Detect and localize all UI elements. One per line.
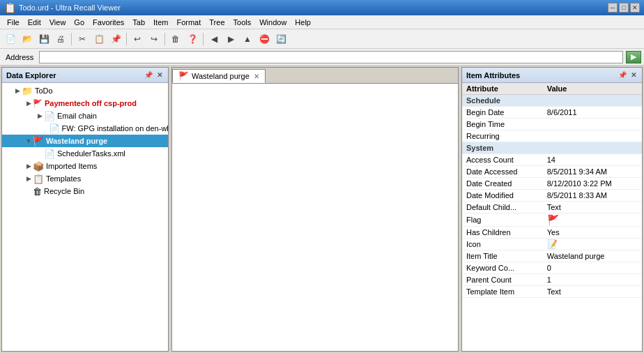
menubar: File Edit View Go Favorites Tab Item For… [0,15,644,29]
tree-node-importeditems[interactable]: ▶ 📦 Imported Items [2,160,168,172]
attr-panel-title: Item Attributes [466,71,520,80]
tab-label: Wasteland purge [192,72,250,80]
attr-pin-button[interactable]: 📌 [617,71,628,79]
icon-importeditems: 📦 [33,161,44,172]
col-attribute: Attribute [462,83,543,95]
attr-value: Text [543,286,642,298]
tab-bar: 🚩 Wasteland purge ✕ [172,68,458,84]
table-row: Date Created8/12/2010 3:22 PM [462,178,642,190]
menu-format[interactable]: Format [172,17,205,28]
tree-node-paymentech[interactable]: ▶ 🚩 Paymentech off csp-prod [2,97,168,110]
menu-tab[interactable]: Tab [128,17,149,28]
table-row: Flag🚩 [462,213,642,227]
panel-close-button[interactable]: ✕ [155,71,164,79]
address-input[interactable] [39,51,623,63]
address-label: Address [3,53,36,61]
label-recyclebin: Recycle Bin [44,187,84,195]
icon-schedulertasks: 📄 [44,149,55,159]
attr-value: 8/12/2010 3:22 PM [543,178,642,190]
new-button[interactable]: 📄 [3,31,18,47]
tree-node-fwgpg[interactable]: 📄 FW: GPG installation on den-wl-web1 [2,122,168,135]
attr-name: Default Child... [462,202,543,213]
icon-templates: 📋 [33,174,44,184]
copy-button[interactable]: 📋 [91,31,107,47]
go-button[interactable]: ▶ [626,51,641,63]
attr-panel-controls: 📌 ✕ [617,71,638,79]
attributes-table: Attribute Value ScheduleBegin Date8/6/20… [462,83,642,298]
attr-close-button[interactable]: ✕ [629,71,638,79]
tree-node-emailchain[interactable]: ▶ 📄 Email chain [2,110,168,122]
attr-name: Has Children [462,227,543,239]
menu-item[interactable]: Item [149,17,172,28]
main-area: Data Explorer 📌 ✕ ▶ 📁 ToDo ▶ 🚩 Paymentec… [0,66,644,353]
arrow-schedulertasks [36,150,44,157]
table-row: Access Count14 [462,154,642,166]
attr-table: Attribute Value ScheduleBegin Date8/6/20… [462,83,642,351]
undo-button[interactable]: ↩ [130,31,145,47]
up-button[interactable]: ▲ [240,31,255,47]
arrow-templates: ▶ [24,175,33,182]
stop-button[interactable]: ⛔ [256,31,272,47]
menu-tools[interactable]: Tools [229,17,256,28]
menu-window[interactable]: Window [255,17,291,28]
tree-node-schedulertasks[interactable]: 📄 SchedulerTasks.xml [2,147,168,160]
attr-name: Access Count [462,154,543,166]
attr-value [543,130,642,142]
section-label: Schedule [462,95,642,107]
minimize-button[interactable]: ─ [608,3,618,13]
close-button[interactable]: ✕ [630,3,640,13]
attr-value: 14 [543,154,642,166]
attr-name: Icon [462,239,543,250]
tree-node-recyclebin[interactable]: 🗑 Recycle Bin [2,185,168,197]
attr-value: 8/5/2011 8:33 AM [543,190,642,202]
table-row: Parent Count1 [462,274,642,286]
cut-button[interactable]: ✂ [75,31,90,47]
arrow-wasteland: ▼ [24,137,33,144]
refresh-button[interactable]: 🔄 [273,31,289,47]
help-button[interactable]: ❓ [185,31,200,47]
redo-button[interactable]: ↪ [146,31,162,47]
open-button[interactable]: 📂 [20,31,35,47]
tree-node-todo[interactable]: ▶ 📁 ToDo [2,84,168,97]
data-explorer-title: Data Explorer [6,71,56,80]
tab-wasteland[interactable]: 🚩 Wasteland purge ✕ [172,69,266,83]
tree-node-wasteland[interactable]: ▼ 🚩 Wasteland purge [2,135,168,147]
delete-button[interactable]: 🗑 [168,31,183,47]
attr-value: Yes [543,227,642,239]
flag-icon: 🚩 [547,214,559,225]
arrow-recyclebin [24,188,33,195]
toolbar-sep4 [203,33,204,45]
icon-paymentech: 🚩 [33,99,43,108]
paste-button[interactable]: 📌 [108,31,123,47]
menu-view[interactable]: View [45,17,70,28]
pin-button[interactable]: 📌 [143,71,154,79]
attr-name: Recurring [462,130,543,142]
menu-tree[interactable]: Tree [205,17,229,28]
content-panel: 🚩 Wasteland purge ✕ [171,67,459,352]
attr-value [543,119,642,130]
table-row: Default Child...Text [462,202,642,213]
menu-go[interactable]: Go [70,17,89,28]
tree-node-templates[interactable]: ▶ 📋 Templates [2,172,168,185]
attr-name: Item Title [462,250,543,262]
tree-area: ▶ 📁 ToDo ▶ 🚩 Paymentech off csp-prod ▶ 📄… [2,83,168,351]
attr-name: Date Modified [462,190,543,202]
maximize-button[interactable]: □ [619,3,629,13]
titlebar: 📋 Todo.urd - Ultra Recall Viewer ─ □ ✕ [0,0,644,15]
forward-button[interactable]: ▶ [223,31,238,47]
save-button[interactable]: 💾 [36,31,52,47]
tab-close-button[interactable]: ✕ [254,73,259,80]
menu-favorites[interactable]: Favorites [89,17,128,28]
menu-edit[interactable]: Edit [24,17,45,28]
print-button[interactable]: 🖨 [53,31,68,47]
back-button[interactable]: ◀ [206,31,222,47]
icon-fwgpg: 📄 [49,123,60,134]
menu-file[interactable]: File [3,17,24,28]
attr-name: Parent Count [462,274,543,286]
table-row: Schedule [462,95,642,107]
menu-help[interactable]: Help [291,17,315,28]
tab-icon: 🚩 [178,71,189,81]
attr-name: Date Accessed [462,166,543,178]
label-todo: ToDo [35,87,53,95]
attr-value: Text [543,202,642,213]
